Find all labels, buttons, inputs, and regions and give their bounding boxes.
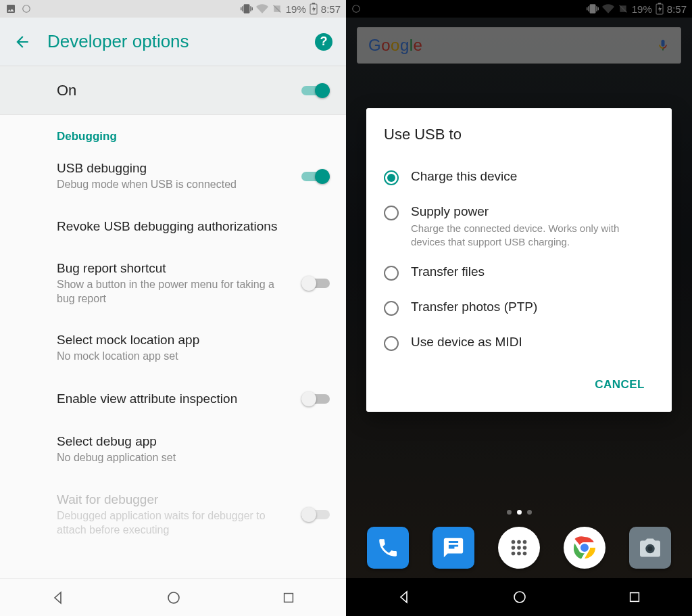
no-sim-icon [272,3,282,14]
option-label: Use device as MIDI [411,335,522,350]
setting-usb-debugging[interactable]: USB debugging Debug mode when USB is con… [0,147,346,206]
option-label: Transfer files [411,264,485,279]
toggle-bug-report-shortcut[interactable] [301,275,330,291]
circle-notification-icon [22,4,31,14]
setting-subtitle: Show a button in the power menu for taki… [57,278,291,306]
svg-point-9 [517,540,521,544]
svg-rect-23 [631,593,639,602]
battery-charging-icon [310,3,318,15]
setting-title: Bug report shortcut [57,261,291,276]
setting-wait-for-debugger: Wait for debugger Debugged application w… [0,479,346,551]
screen-developer-options: 19% 8:57 Developer options ? On Debuggin… [0,0,346,616]
svg-point-8 [512,540,516,544]
svg-point-15 [517,552,521,556]
setting-revoke-usb-auth[interactable]: Revoke USB debugging authorizations [0,206,346,247]
cancel-button[interactable]: CANCEL [588,373,651,397]
wifi-icon [256,3,268,15]
page-title: Developer options [47,31,299,52]
setting-title: Revoke USB debugging authorizations [57,219,330,234]
back-arrow-icon[interactable] [14,33,31,51]
radio-icon[interactable] [384,266,399,281]
setting-view-attribute-inspection[interactable]: Enable view attribute inspection [0,377,346,421]
toggle-wait-for-debugger [301,506,330,523]
setting-title: Wait for debugger [57,492,291,507]
setting-select-debug-app[interactable]: Select debug app No debug application se… [0,421,346,479]
dock-chrome-icon[interactable] [564,527,606,569]
dock-camera-icon[interactable] [629,527,671,569]
svg-point-11 [512,546,516,550]
status-bar: 19% 8:57 [0,0,346,18]
setting-subtitle: No debug application set [57,451,330,465]
vibrate-icon [241,3,253,15]
setting-title: USB debugging [57,161,291,176]
nav-back-icon[interactable] [50,590,66,606]
option-label: Supply power [411,204,641,219]
setting-subtitle: Debugged application waits for debugger … [57,509,291,538]
nav-home-icon[interactable] [512,589,528,605]
master-toggle-row[interactable]: On [0,66,346,115]
app-dock [346,517,692,578]
svg-rect-2 [312,3,315,4]
svg-point-13 [523,546,527,550]
svg-point-21 [647,546,652,551]
setting-subtitle: Debug mode when USB is connected [57,178,291,192]
dock-app-drawer-icon[interactable] [498,527,540,569]
usb-option-transfer-files[interactable]: Transfer files [384,255,654,290]
setting-title: Enable view attribute inspection [57,392,291,406]
usb-option-midi[interactable]: Use device as MIDI [384,325,654,360]
toggle-view-attribute-inspection[interactable] [301,391,330,407]
usb-option-transfer-photos[interactable]: Transfer photos (PTP) [384,290,654,325]
navigation-bar [346,578,692,616]
master-toggle-label: On [57,82,301,99]
dock-messages-icon[interactable] [432,527,474,569]
page-indicator [346,510,692,515]
setting-title: Select debug app [57,434,330,449]
dialog-title: Use USB to [384,126,654,143]
help-icon[interactable]: ? [315,33,332,51]
clock: 8:57 [321,3,341,15]
image-notification-icon [5,3,16,14]
usb-option-charge[interactable]: Charge this device [384,160,654,195]
svg-point-16 [523,552,527,556]
radio-icon[interactable] [384,336,399,351]
option-label: Charge this device [411,169,517,184]
nav-home-icon[interactable] [166,590,182,606]
usb-option-supply-power[interactable]: Supply power Charge the connected device… [384,195,654,255]
svg-point-10 [523,540,527,544]
svg-rect-4 [285,593,293,602]
screen-usb-dialog: 19% 8:57 Google [346,0,692,616]
radio-icon[interactable] [384,301,399,316]
dock-phone-icon[interactable] [367,527,409,569]
setting-bug-report-shortcut[interactable]: Bug report shortcut Show a button in the… [0,247,346,320]
section-header-debugging: Debugging [0,115,346,147]
toggle-usb-debugging[interactable] [301,168,330,185]
option-label: Transfer photos (PTP) [411,300,537,314]
radio-icon[interactable] [384,206,399,220]
battery-percent: 19% [286,3,306,15]
nav-recents-icon[interactable] [627,590,642,605]
setting-mock-location[interactable]: Select mock location app No mock locatio… [0,319,346,377]
svg-point-12 [517,546,521,550]
svg-point-3 [168,592,179,603]
option-desc: Charge the connected device. Works only … [411,222,641,248]
nav-recents-icon[interactable] [281,590,296,605]
svg-point-22 [514,592,525,602]
usb-dialog: Use USB to Charge this device Supply pow… [366,108,672,412]
svg-point-0 [23,5,30,13]
nav-back-icon[interactable] [396,589,412,605]
radio-icon[interactable] [384,170,399,185]
svg-point-14 [512,552,516,556]
app-bar: Developer options ? [0,18,346,66]
navigation-bar [0,578,346,616]
setting-title: Select mock location app [57,333,330,348]
master-toggle-switch[interactable] [301,82,330,99]
settings-list[interactable]: Debugging USB debugging Debug mode when … [0,115,346,578]
setting-subtitle: No mock location app set [57,350,330,364]
